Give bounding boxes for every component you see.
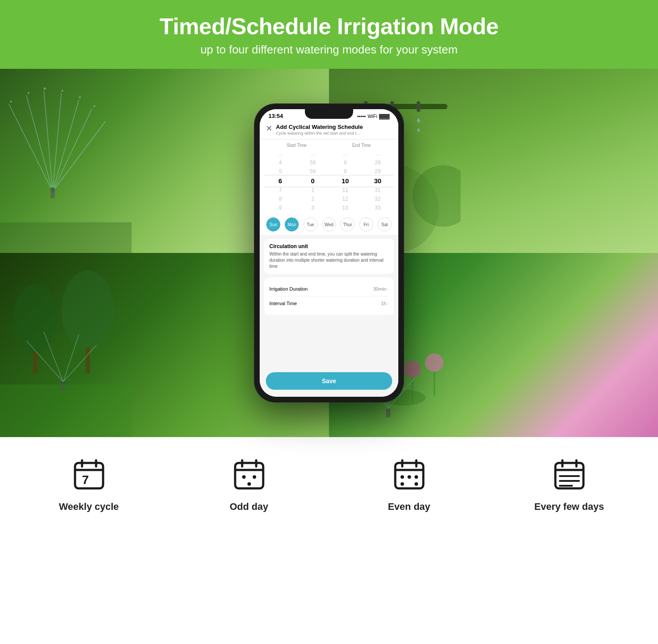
- svg-rect-33: [86, 347, 90, 374]
- status-time: 13:54: [268, 113, 283, 119]
- time-row-1: 4 58 8 28: [260, 158, 398, 167]
- day-sun[interactable]: Sun: [266, 217, 280, 231]
- tc: 1: [297, 187, 329, 193]
- day-thur[interactable]: Thur: [340, 217, 354, 231]
- close-button[interactable]: ✕: [266, 125, 272, 132]
- even-label: Even day: [388, 501, 430, 512]
- few-days-label: Every few days: [534, 501, 604, 512]
- day-fri[interactable]: Fri: [359, 217, 373, 231]
- end-time-label: End Time: [329, 143, 394, 148]
- time-row-2: 5 59 9 29: [260, 167, 398, 176]
- even-icon: [390, 455, 429, 494]
- photo-grid: 13:54 ▪▪▪▪▪ WiFi ▓▓▓ ✕ Add Cyclical Wate…: [0, 69, 658, 437]
- svg-line-5: [53, 108, 92, 192]
- phone-frame: 13:54 ▪▪▪▪▪ WiFi ▓▓▓ ✕ Add Cyclical Wate…: [254, 104, 404, 402]
- tc-sel: 0: [297, 177, 329, 185]
- svg-point-67: [242, 475, 246, 479]
- mode-odd: Odd day: [210, 455, 289, 512]
- odd-icon: [229, 455, 269, 494]
- tc: 29: [361, 168, 394, 174]
- tc: 28: [361, 160, 394, 166]
- mode-even: Even day: [370, 455, 449, 512]
- page-subtitle: up to four different watering modes for …: [9, 43, 649, 57]
- interval-time-row[interactable]: Interval Time 1h ›: [269, 296, 389, 310]
- mode-few-days: Every few days: [530, 455, 609, 512]
- svg-line-38: [44, 332, 63, 382]
- time-row-dots: ... ... ... ...: [260, 149, 398, 158]
- start-time-label: Start Time: [264, 143, 329, 148]
- svg-point-45: [425, 353, 443, 372]
- svg-point-11: [79, 96, 81, 98]
- irrigation-value: 30min ›: [373, 286, 389, 292]
- tc: ...: [264, 151, 297, 157]
- tc: 33: [361, 205, 394, 211]
- svg-point-8: [28, 92, 29, 94]
- svg-rect-58: [75, 463, 103, 488]
- day-tue[interactable]: Tue: [304, 217, 318, 231]
- time-picker[interactable]: Start Time End Time ... ... ... ... 4: [260, 139, 398, 214]
- svg-line-39: [63, 334, 79, 382]
- svg-point-44: [404, 361, 421, 377]
- day-sat[interactable]: Sat: [378, 217, 392, 231]
- days-row[interactable]: Sun Mon Tue Wed Thur Fri Sat: [260, 214, 398, 235]
- tc: 31: [361, 187, 394, 193]
- svg-point-10: [61, 90, 63, 92]
- tc: 11: [329, 187, 361, 193]
- tc-sel: 10: [329, 177, 361, 185]
- few-days-icon: [550, 455, 589, 494]
- page-header: Timed/Schedule Irrigation Mode up to fou…: [0, 0, 658, 69]
- svg-point-69: [247, 482, 251, 486]
- odd-label: Odd day: [229, 501, 268, 512]
- svg-point-68: [253, 475, 256, 479]
- day-mon[interactable]: Mon: [285, 217, 299, 231]
- irrigation-duration-row[interactable]: Irrigation Duration 30min ›: [269, 282, 389, 296]
- app-content: Circulation unit Within the start and en…: [260, 235, 398, 368]
- tc: 4: [264, 160, 297, 166]
- circulation-desc: Within the start and end time, you can s…: [269, 251, 389, 270]
- time-scroll[interactable]: ... ... ... ... 4 58 8 28 5: [260, 149, 398, 212]
- svg-rect-13: [0, 222, 132, 253]
- circulation-title: Circulation unit: [269, 243, 389, 249]
- tc: ...: [329, 151, 361, 157]
- tc: 13: [329, 205, 361, 211]
- tc-sel: 6: [264, 177, 297, 185]
- time-row-4: 8 2 12 32: [260, 195, 398, 203]
- phone-screen: 13:54 ▪▪▪▪▪ WiFi ▓▓▓ ✕ Add Cyclical Wate…: [260, 109, 398, 397]
- svg-point-9: [44, 88, 46, 90]
- svg-rect-19: [417, 101, 420, 112]
- tc: 12: [329, 196, 361, 202]
- svg-rect-53: [386, 409, 390, 417]
- save-button[interactable]: Save: [266, 372, 392, 390]
- tc: 9: [329, 168, 361, 174]
- svg-point-74: [401, 475, 404, 479]
- svg-point-15: [50, 187, 55, 192]
- svg-point-12: [93, 105, 95, 107]
- svg-point-76: [415, 475, 418, 479]
- chevron-icon: ›: [387, 287, 389, 292]
- time-row-selected: 6 0 10 30: [260, 176, 398, 186]
- tc: 58: [297, 160, 329, 166]
- weekly-icon: 7: [69, 455, 109, 494]
- status-icons: ▪▪▪▪▪ WiFi ▓▓▓: [357, 114, 390, 119]
- page-title: Timed/Schedule Irrigation Mode: [9, 13, 649, 39]
- mode-weekly: 7 Weekly cycle: [50, 455, 129, 512]
- svg-line-6: [53, 121, 105, 192]
- phone-notch: [305, 109, 353, 119]
- app-subtitle: Cycle watering within the set start and …: [276, 131, 392, 135]
- modes-section: 7 Weekly cycle Odd day: [0, 437, 658, 534]
- circulation-card: Circulation unit Within the start and en…: [264, 239, 394, 274]
- app-title-group: Add Cyclical Watering Schedule Cycle wat…: [276, 124, 392, 135]
- tc: 8: [264, 196, 297, 202]
- day-wed[interactable]: Wed: [322, 217, 336, 231]
- svg-point-7: [10, 101, 12, 103]
- tc: 9: [264, 205, 297, 211]
- svg-point-78: [415, 482, 418, 486]
- tc: 5: [264, 168, 297, 174]
- tc: 2: [297, 196, 329, 202]
- phone-mockup: 13:54 ▪▪▪▪▪ WiFi ▓▓▓ ✕ Add Cyclical Wate…: [254, 104, 404, 402]
- svg-line-40: [63, 345, 97, 382]
- tc: ...: [361, 151, 394, 157]
- app-header: ✕ Add Cyclical Watering Schedule Cycle w…: [260, 121, 398, 139]
- tc: 7: [264, 187, 297, 193]
- time-row-5: 9 3 13 33: [260, 203, 398, 212]
